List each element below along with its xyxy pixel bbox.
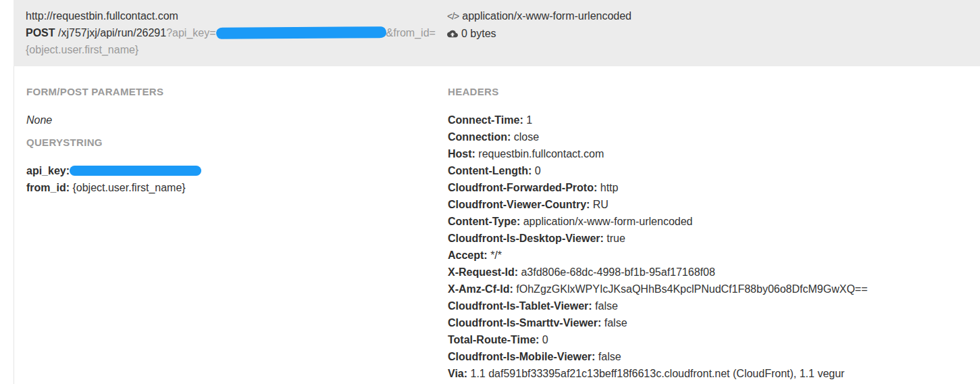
- header-value: close: [514, 131, 539, 143]
- header-name: Cloudfront-Is-Tablet-Viewer:: [448, 300, 592, 312]
- header-name: Accept:: [448, 249, 488, 261]
- header-value: 0: [542, 334, 548, 345]
- header-row: Content-Length: 0: [448, 162, 968, 179]
- header-row: Cloudfront-Forwarded-Proto: http: [448, 179, 968, 196]
- header-value: a3fd806e-68dc-4998-bf1b-95af17168f08: [521, 266, 715, 278]
- header-row: Cloudfront-Is-Tablet-Viewer: false: [448, 297, 968, 314]
- querystring-wrapped-value: {object.user.first_name}: [26, 44, 138, 55]
- content-type-row: </>application/x-www-form-urlencoded: [447, 7, 968, 25]
- header-row: Host: requestbin.fullcontact.com: [448, 145, 968, 162]
- header-value: fOhZgzGKlxWPYIcJKsaQHhBs4KpclPNudCf1F88b…: [516, 283, 867, 295]
- header-row: X-Amz-Cf-Id: fOhZgzGKlxWPYIcJKsaQHhBs4Kp…: [448, 281, 968, 297]
- header-value: false: [598, 351, 621, 362]
- querystring-heading: QUERYSTRING: [26, 137, 448, 147]
- body-size-row: 0 bytes: [447, 25, 968, 44]
- header-row: Accept: */*: [448, 247, 968, 264]
- querystring-param-row: from_id: {object.user.first_name}: [26, 179, 448, 196]
- header-name: Connect-Time:: [448, 114, 523, 126]
- header-name: Content-Length:: [448, 165, 532, 176]
- form-post-empty-label: None: [26, 112, 448, 128]
- headers-heading: HEADERS: [448, 87, 968, 97]
- request-detail-body: FORM/POST PARAMETERS None QUERYSTRING ap…: [14, 66, 980, 384]
- header-row: Content-Type: application/x-www-form-url…: [448, 213, 968, 230]
- header-value: */*: [490, 249, 502, 261]
- header-value: 1: [526, 114, 532, 126]
- header-name: X-Amz-Cf-Id:: [448, 283, 513, 295]
- header-row: Total-Route-Time: 0: [448, 331, 968, 348]
- request-method: POST: [26, 27, 55, 39]
- header-row: Cloudfront-Is-Smarttv-Viewer: false: [448, 314, 968, 331]
- header-name: Total-Route-Time:: [448, 334, 539, 345]
- header-row: Via: 1.1 daf591bf33395af21c13beff18f6613…: [448, 365, 968, 382]
- parameters-column: FORM/POST PARAMETERS None QUERYSTRING ap…: [26, 87, 448, 384]
- headers-column: HEADERS Connect-Time: 1 Connection: clos…: [448, 87, 968, 384]
- header-row: Connect-Time: 1: [448, 112, 968, 128]
- querystring-suffix: &from_id=: [386, 27, 436, 39]
- header-row: Cloudfront-Is-Desktop-Viewer: true: [448, 230, 968, 247]
- request-path: /xj757jxj/api/run/26291: [58, 27, 166, 39]
- header-name: Cloudfront-Is-Mobile-Viewer:: [448, 351, 595, 362]
- form-post-parameters-heading: FORM/POST PARAMETERS: [26, 87, 448, 97]
- param-value: {object.user.first_name}: [72, 182, 185, 193]
- param-name: from_id:: [26, 182, 70, 193]
- request-summary-bar: http://requestbin.fullcontact.com POST /…: [14, 0, 980, 66]
- header-value: 1.1 daf591bf33395af21c13beff18f6613c.clo…: [471, 368, 845, 379]
- header-value: true: [607, 233, 625, 244]
- header-value: application/x-www-form-urlencoded: [523, 216, 693, 227]
- header-row: Cloudfront-Viewer-Country: RU: [448, 196, 968, 213]
- querystring-prefix: ?api_key=: [166, 27, 215, 39]
- request-line: POST /xj757jxj/api/run/26291?api_key=&fr…: [26, 24, 447, 58]
- body-size-value: 0 bytes: [461, 28, 496, 39]
- header-row: Connection: close: [448, 128, 968, 145]
- request-meta-block: </>application/x-www-form-urlencoded 0 b…: [447, 7, 968, 58]
- headers-list: Connect-Time: 1 Connection: close Host: …: [448, 112, 968, 382]
- header-row: Cloudfront-Is-Mobile-Viewer: false: [448, 348, 968, 365]
- header-value: false: [595, 300, 618, 312]
- header-name: Host:: [448, 148, 475, 160]
- querystring-param-list: api_key: from_id: {object.user.first_nam…: [26, 162, 448, 196]
- header-name: Content-Type:: [448, 216, 520, 227]
- header-name: Cloudfront-Viewer-Country:: [448, 199, 590, 210]
- param-name: api_key:: [26, 165, 70, 176]
- header-name: X-Request-Id:: [448, 266, 518, 278]
- header-value: false: [604, 317, 627, 329]
- header-name: Cloudfront-Is-Desktop-Viewer:: [448, 233, 604, 244]
- header-row: X-Request-Id: a3fd806e-68dc-4998-bf1b-95…: [448, 264, 968, 281]
- code-icon: </>: [447, 11, 459, 22]
- content-type-value: application/x-www-form-urlencoded: [462, 10, 631, 22]
- api-key-redaction-scribble: [215, 26, 386, 39]
- request-detail-panel: http://requestbin.fullcontact.com POST /…: [14, 0, 980, 384]
- header-value: 0: [535, 165, 541, 176]
- header-name: Cloudfront-Is-Smarttv-Viewer:: [448, 317, 601, 329]
- header-value: RU: [593, 199, 609, 210]
- api-key-value-redaction: [70, 166, 201, 176]
- header-value: requestbin.fullcontact.com: [478, 148, 604, 160]
- querystring-param-row: api_key:: [26, 162, 448, 179]
- header-name: Via:: [448, 368, 467, 379]
- request-host: http://requestbin.fullcontact.com: [26, 7, 447, 24]
- header-name: Connection:: [448, 131, 511, 143]
- header-name: Cloudfront-Forwarded-Proto:: [448, 182, 597, 193]
- header-value: http: [600, 182, 619, 193]
- cloud-upload-icon: [447, 30, 458, 41]
- request-url-block: http://requestbin.fullcontact.com POST /…: [26, 7, 447, 58]
